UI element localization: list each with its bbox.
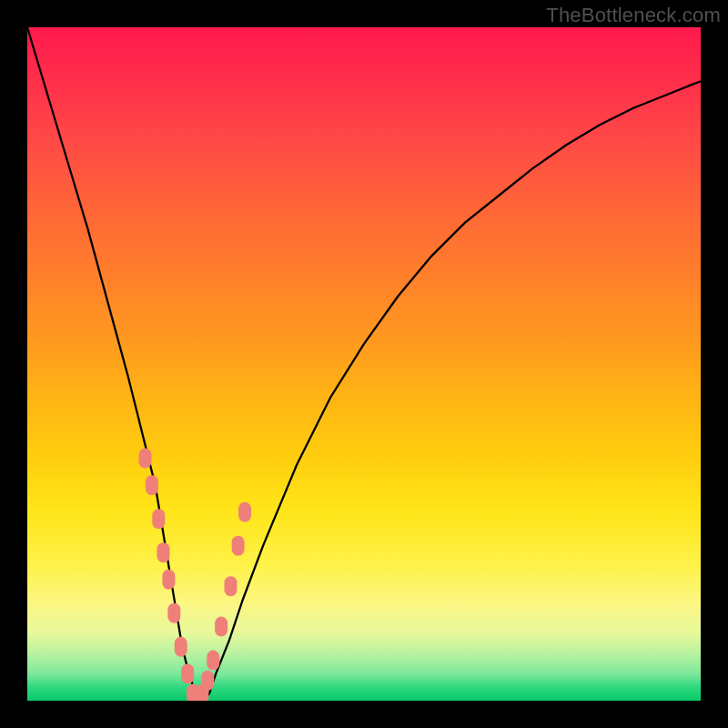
curve-marker (201, 671, 214, 691)
curve-marker (181, 663, 194, 683)
curve-marker (157, 542, 169, 562)
curve-marker (146, 475, 158, 495)
curve-marker (238, 502, 251, 522)
curve-marker (152, 509, 165, 529)
curve-path (27, 27, 701, 701)
curve-markers (139, 449, 252, 701)
curve-marker (224, 576, 237, 596)
bottleneck-curve (27, 27, 701, 701)
curve-marker (167, 603, 180, 623)
curve-marker (139, 449, 152, 469)
attribution-label: TheBottleneck.com (546, 4, 721, 27)
curve-marker (232, 536, 245, 556)
curve-marker (207, 651, 219, 671)
curve-marker (175, 637, 187, 657)
plot-area (27, 27, 701, 701)
curve-marker (162, 570, 175, 590)
curve-marker (215, 617, 228, 637)
chart-frame: TheBottleneck.com (0, 0, 728, 728)
